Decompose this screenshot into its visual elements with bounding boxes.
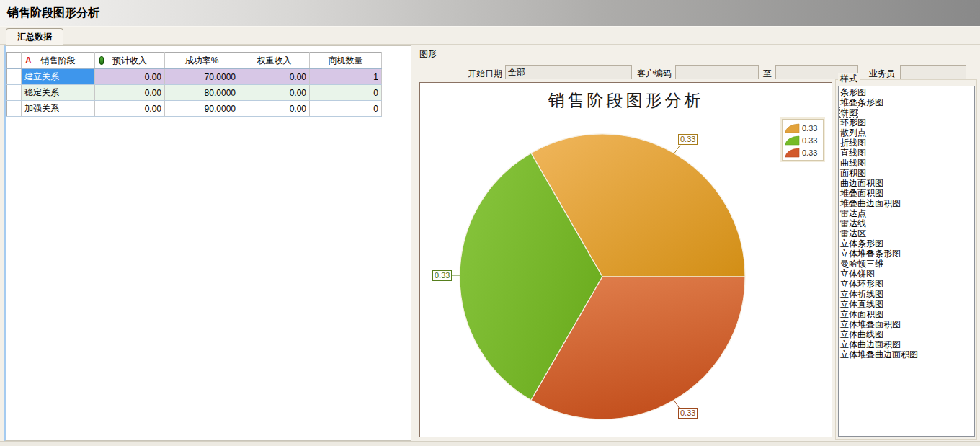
style-option[interactable]: 环形图 bbox=[840, 118, 974, 128]
cell-stage[interactable]: 稳定关系 bbox=[22, 85, 95, 101]
cell-expected[interactable]: 0.00 bbox=[95, 101, 165, 117]
graph-panel-title: 图形 bbox=[419, 48, 437, 61]
sort-a-icon: A bbox=[25, 55, 32, 66]
style-option[interactable]: 堆叠条形图 bbox=[840, 98, 974, 108]
style-option[interactable]: 立体堆叠条形图 bbox=[840, 249, 974, 259]
bottom-margin bbox=[0, 441, 980, 446]
cell-success[interactable]: 90.0000 bbox=[165, 101, 239, 117]
cell-stage[interactable]: 建立关系 bbox=[22, 69, 95, 85]
style-option[interactable]: 立体曲边面积图 bbox=[840, 340, 974, 350]
table-row[interactable]: 建立关系 0.00 70.0000 0.00 1 bbox=[7, 69, 382, 85]
row-selector-cell[interactable] bbox=[7, 85, 22, 101]
cell-success[interactable]: 80.0000 bbox=[165, 85, 239, 101]
style-group-title: 样式 bbox=[838, 73, 860, 85]
filter-capsule-icon bbox=[99, 56, 104, 65]
row-selector-header[interactable] bbox=[7, 53, 22, 69]
style-option[interactable]: 曲边面积图 bbox=[840, 179, 974, 189]
slice-value-label: 0.33 bbox=[678, 134, 698, 145]
cell-count[interactable]: 0 bbox=[310, 101, 382, 117]
style-option[interactable]: 面积图 bbox=[840, 169, 974, 179]
style-option[interactable]: 雷达区 bbox=[840, 229, 974, 239]
start-date-label: 开始日期 bbox=[461, 68, 502, 80]
cell-weighted[interactable]: 0.00 bbox=[239, 69, 310, 85]
style-option[interactable]: 雷达线 bbox=[840, 219, 974, 229]
table-header-row: A 销售阶段 预计收入 成功率% 权重收入 商机数量 bbox=[7, 53, 382, 69]
row-selector-cell[interactable] bbox=[7, 101, 22, 117]
column-header-stage[interactable]: A 销售阶段 bbox=[22, 53, 95, 69]
style-option[interactable]: 折线图 bbox=[840, 138, 974, 148]
table-row[interactable]: 加强关系 0.00 90.0000 0.00 0 bbox=[7, 101, 382, 117]
style-option[interactable]: 散列点 bbox=[840, 128, 974, 138]
column-header-expected[interactable]: 预计收入 bbox=[95, 53, 165, 69]
legend-swatch-green-icon bbox=[785, 135, 800, 146]
style-option[interactable]: 曼哈顿三维 bbox=[840, 259, 974, 269]
cell-expected[interactable]: 0.00 bbox=[95, 85, 165, 101]
leader-line-orange bbox=[674, 145, 680, 154]
window-titlebar: 销售阶段图形分析 bbox=[0, 0, 980, 27]
column-header-success[interactable]: 成功率% bbox=[165, 53, 239, 69]
style-option[interactable]: 立体曲线图 bbox=[840, 330, 974, 340]
cell-count[interactable]: 0 bbox=[310, 85, 382, 101]
column-header-weighted[interactable]: 权重收入 bbox=[239, 53, 310, 69]
legend-swatch-red-icon bbox=[785, 148, 800, 158]
legend-swatch-orange-icon bbox=[785, 123, 800, 133]
cell-stage[interactable]: 加强关系 bbox=[22, 101, 95, 117]
cell-count[interactable]: 1 bbox=[310, 69, 382, 85]
style-option[interactable]: 立体环形图 bbox=[840, 280, 974, 290]
customer-code-label: 客户编码 bbox=[637, 68, 673, 80]
cell-expected[interactable]: 0.00 bbox=[95, 69, 165, 85]
slice-value-label: 0.33 bbox=[432, 270, 452, 281]
cell-weighted[interactable]: 0.00 bbox=[239, 101, 310, 117]
salesman-input[interactable] bbox=[900, 65, 966, 79]
style-option[interactable]: 立体堆叠面积图 bbox=[840, 320, 974, 330]
style-option[interactable]: 直线图 bbox=[840, 148, 974, 159]
style-option[interactable]: 饼图 bbox=[840, 108, 974, 118]
style-option[interactable]: 立体条形图 bbox=[840, 239, 974, 249]
salesman-label: 业务员 bbox=[869, 68, 898, 80]
pie-chart bbox=[420, 83, 833, 438]
style-option[interactable]: 立体饼图 bbox=[840, 269, 974, 280]
style-option[interactable]: 雷达点 bbox=[840, 209, 974, 219]
style-option[interactable]: 堆叠曲边面积图 bbox=[840, 199, 974, 209]
pie-chart-area: 销售阶段图形分析 0.33 0.33 0.33 0.33 bbox=[419, 82, 832, 437]
style-option[interactable]: 立体折线图 bbox=[840, 290, 974, 300]
style-option[interactable]: 曲线图 bbox=[840, 159, 974, 169]
legend-entry: 0.33 bbox=[785, 146, 821, 159]
row-selector-cell[interactable] bbox=[7, 69, 22, 85]
style-option[interactable]: 立体堆叠曲边面积图 bbox=[840, 350, 974, 360]
summary-grid-panel: A 销售阶段 预计收入 成功率% 权重收入 商机数量 建立关系 0.00 70.… bbox=[4, 45, 411, 441]
column-header-count[interactable]: 商机数量 bbox=[310, 53, 382, 69]
style-option[interactable]: 立体直线图 bbox=[840, 300, 974, 310]
style-option[interactable]: 条形图 bbox=[840, 88, 974, 98]
chart-legend: 0.33 0.33 0.33 bbox=[782, 119, 824, 161]
tab-strip: 汇总数据 bbox=[0, 27, 980, 45]
style-option[interactable]: 堆叠面积图 bbox=[840, 189, 974, 199]
cell-success[interactable]: 70.0000 bbox=[165, 69, 239, 85]
chart-style-listbox[interactable]: 条形图堆叠条形图饼图环形图散列点折线图直线图曲线图面积图曲边面积图堆叠面积图堆叠… bbox=[838, 86, 975, 437]
tab-summary-data[interactable]: 汇总数据 bbox=[6, 28, 63, 45]
table-row[interactable]: 稳定关系 0.00 80.0000 0.00 0 bbox=[7, 85, 382, 101]
start-date-input[interactable] bbox=[505, 65, 632, 79]
legend-entry: 0.33 bbox=[785, 134, 821, 146]
slice-value-label: 0.33 bbox=[678, 408, 698, 419]
panel-splitter[interactable] bbox=[414, 45, 414, 441]
cell-weighted[interactable]: 0.00 bbox=[239, 85, 310, 101]
page-title: 销售阶段图形分析 bbox=[7, 6, 99, 21]
sales-stage-table: A 销售阶段 预计收入 成功率% 权重收入 商机数量 建立关系 0.00 70.… bbox=[6, 52, 382, 117]
style-option[interactable]: 立体面积图 bbox=[840, 310, 974, 320]
customer-code-from-input[interactable] bbox=[675, 65, 759, 79]
to-label: 至 bbox=[763, 68, 773, 80]
legend-entry: 0.33 bbox=[785, 122, 821, 134]
